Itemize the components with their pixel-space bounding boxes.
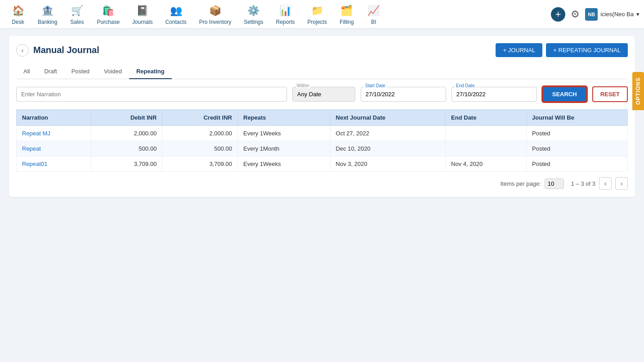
nav-label-contacts: Contacts	[165, 19, 186, 25]
end-date-label: End Date	[455, 83, 476, 88]
nav-item-pro-inventory[interactable]: 📦 Pro Inventory	[193, 0, 237, 29]
sales-icon: 🛒	[70, 4, 84, 18]
options-tab[interactable]: OPTIONS	[632, 72, 644, 110]
cell-narration-1[interactable]: Repeat	[17, 141, 91, 156]
nav-label-settings: Settings	[244, 19, 263, 25]
nav-items: 🏠 Desk 🏦 Banking 🛒 Sales 🛍️ Purchase 📓 J…	[4, 0, 551, 29]
tab-repeating[interactable]: Repeating	[129, 64, 172, 79]
nav-label-pro-inventory: Pro Inventory	[199, 19, 231, 25]
cell-repeats-1: Every 1Month	[238, 141, 331, 156]
add-button[interactable]: +	[551, 7, 565, 22]
pro-inventory-icon: 📦	[208, 4, 222, 18]
nav-label-banking: Banking	[38, 19, 57, 25]
nav-item-journals[interactable]: 📓 Journals	[126, 0, 159, 29]
table-header: NarrationDebit INRCredit INRRepeatsNext …	[17, 110, 628, 126]
start-date-label: Start Date	[364, 83, 386, 88]
nav-label-sales: Sales	[70, 19, 84, 25]
banking-icon: 🏦	[40, 4, 55, 18]
page-header-left: ‹ Manual Journal	[16, 44, 99, 57]
chevron-down-icon: ▾	[636, 11, 640, 18]
nav-item-desk[interactable]: 🏠 Desk	[4, 0, 31, 29]
nav-label-bi: BI	[371, 19, 376, 25]
reports-icon: 📊	[278, 4, 293, 18]
repeating-journal-button[interactable]: + REPEATING JOURNAL	[546, 43, 628, 57]
table-row: Repeat013,709.003,709.00Every 1WeeksNov …	[17, 156, 628, 172]
data-table: NarrationDebit INRCredit INRRepeatsNext …	[16, 109, 628, 172]
nav-item-projects[interactable]: 📁 Projects	[301, 0, 333, 29]
items-per-page-label: Items per page:	[500, 180, 541, 187]
pagination: Items per page: 5102550 1 – 3 of 3 ‹ ›	[16, 177, 628, 190]
journal-button[interactable]: + JOURNAL	[496, 43, 542, 57]
table-header-row: NarrationDebit INRCredit INRRepeatsNext …	[17, 110, 628, 126]
nav-label-filling: Filling	[340, 19, 353, 25]
col-header-repeats: Repeats	[238, 110, 331, 126]
top-nav: 🏠 Desk 🏦 Banking 🛒 Sales 🛍️ Purchase 📓 J…	[0, 0, 644, 29]
within-select[interactable]: Any DateThis WeekThis MonthThis Year	[292, 87, 355, 102]
cell-credit_inr-1: 500.00	[162, 141, 238, 156]
nav-label-projects: Projects	[308, 19, 327, 25]
cell-next_journal_date-2: Nov 3, 2020	[330, 156, 446, 172]
items-per-page-select[interactable]: 5102550	[545, 179, 564, 189]
col-header-journal_will_be: Journal Will Be	[527, 110, 628, 126]
journals-icon: 📓	[135, 4, 150, 18]
nav-item-settings[interactable]: ⚙️ Settings	[237, 0, 269, 29]
back-button[interactable]: ‹	[16, 44, 29, 57]
cell-journal_will_be-1: Posted	[527, 141, 628, 156]
nav-item-reports[interactable]: 📊 Reports	[270, 0, 301, 29]
nav-right: + ⚙ NB icies(Neo Ba ▾	[551, 7, 640, 22]
col-header-debit_inr: Debit INR	[91, 110, 162, 126]
bi-icon: 📈	[367, 4, 381, 18]
nav-label-purchase: Purchase	[97, 19, 120, 25]
col-header-narration: Narration	[17, 110, 91, 126]
user-info[interactable]: NB icies(Neo Ba ▾	[585, 8, 640, 21]
tab-voided[interactable]: Voided	[97, 64, 129, 79]
col-header-end_date: End Date	[446, 110, 527, 126]
cell-credit_inr-2: 3,709.00	[162, 156, 238, 172]
settings-icon: ⚙️	[246, 4, 261, 18]
cell-repeats-2: Every 1Weeks	[238, 156, 331, 172]
col-header-next_journal_date: Next Journal Date	[330, 110, 446, 126]
end-date-wrapper: End Date	[452, 87, 537, 102]
main-content: ‹ Manual Journal + JOURNAL + REPEATING J…	[0, 29, 644, 204]
cell-narration-2[interactable]: Repeat01	[17, 156, 91, 172]
tab-posted[interactable]: Posted	[64, 64, 97, 79]
filter-row: Within Any DateThis WeekThis MonthThis Y…	[16, 86, 628, 102]
tab-draft[interactable]: Draft	[37, 64, 64, 79]
cell-debit_inr-1: 500.00	[91, 141, 162, 156]
nav-item-contacts[interactable]: 👥 Contacts	[159, 0, 192, 29]
tab-all[interactable]: All	[16, 64, 37, 79]
cell-end_date-1	[446, 141, 527, 156]
narration-input[interactable]	[16, 87, 287, 102]
cell-debit_inr-0: 2,000.00	[91, 126, 162, 141]
tabs: AllDraftPostedVoidedRepeating	[16, 64, 628, 79]
start-date-wrapper: Start Date	[361, 87, 446, 102]
nav-label-journals: Journals	[132, 19, 152, 25]
reset-button[interactable]: RESET	[592, 86, 628, 102]
gear-icon[interactable]: ⚙	[571, 9, 580, 20]
cell-repeats-0: Every 1Weeks	[238, 126, 331, 141]
page-title: Manual Journal	[33, 45, 99, 55]
main-card: ‹ Manual Journal + JOURNAL + REPEATING J…	[9, 36, 635, 197]
pagination-next-button[interactable]: ›	[615, 177, 628, 190]
pagination-prev-button[interactable]: ‹	[599, 177, 612, 190]
table-body: Repeat MJ2,000.002,000.00Every 1WeeksOct…	[17, 126, 628, 172]
within-label: Within	[296, 83, 310, 88]
nav-item-sales[interactable]: 🛒 Sales	[63, 0, 90, 29]
nav-item-purchase[interactable]: 🛍️ Purchase	[90, 0, 126, 29]
cell-journal_will_be-0: Posted	[527, 126, 628, 141]
header-buttons: + JOURNAL + REPEATING JOURNAL	[496, 43, 628, 57]
nav-item-filling[interactable]: 🗂️ Filling	[333, 0, 360, 29]
projects-icon: 📁	[310, 4, 324, 18]
search-button[interactable]: SEARCH	[542, 86, 587, 102]
end-date-input[interactable]	[452, 87, 537, 102]
table-row: Repeat500.00500.00Every 1MonthDec 10, 20…	[17, 141, 628, 156]
purchase-icon: 🛍️	[101, 4, 116, 18]
start-date-input[interactable]	[361, 87, 446, 102]
cell-journal_will_be-2: Posted	[527, 156, 628, 172]
cell-end_date-0	[446, 126, 527, 141]
cell-narration-0[interactable]: Repeat MJ	[17, 126, 91, 141]
nav-item-banking[interactable]: 🏦 Banking	[31, 0, 63, 29]
nav-label-reports: Reports	[276, 19, 295, 25]
nav-item-bi[interactable]: 📈 BI	[360, 0, 387, 29]
cell-next_journal_date-0: Oct 27, 2022	[330, 126, 446, 141]
